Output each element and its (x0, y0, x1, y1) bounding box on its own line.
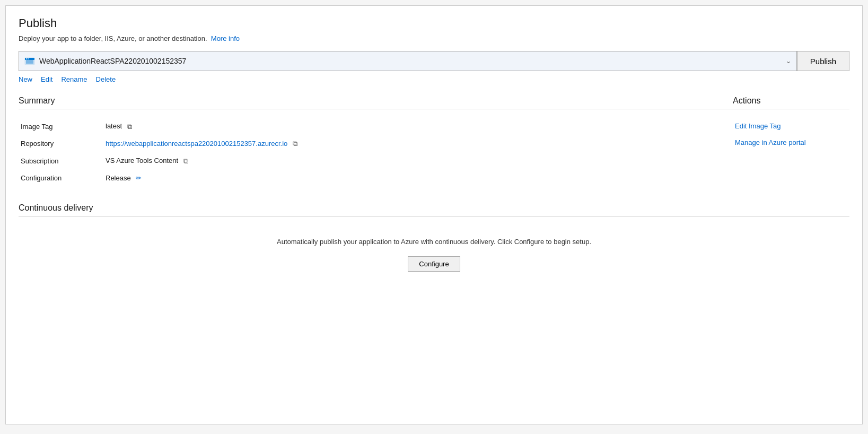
subscription-label: Subscription (19, 152, 103, 170)
cd-divider (19, 216, 849, 216)
page-subtitle: Deploy your app to a folder, IIS, Azure,… (19, 34, 849, 42)
svg-rect-1 (26, 59, 33, 64)
profile-action-links: New Edit Rename Delete (19, 75, 849, 83)
image-tag-value: latest ⧉ (103, 118, 733, 135)
rename-link[interactable]: Rename (61, 75, 87, 83)
profile-select-wrapper: WebApplicationReactSPA220201002152357 ⌄ (19, 51, 797, 71)
summary-divider (19, 109, 733, 109)
more-info-link[interactable]: More info (211, 34, 240, 42)
svg-point-4 (28, 58, 29, 59)
image-tag-label: Image Tag (19, 118, 103, 135)
actions-divider (733, 109, 849, 109)
repository-copy-icon[interactable]: ⧉ (293, 140, 297, 148)
subscription-copy-icon[interactable]: ⧉ (183, 157, 188, 166)
subscription-value: VS Azure Tools Content ⧉ (103, 152, 733, 170)
delete-link[interactable]: Delete (96, 75, 116, 83)
configuration-label: Configuration (19, 170, 103, 186)
summary-table: Image Tag latest ⧉ Repository https://we… (19, 118, 733, 186)
edit-link[interactable]: Edit (41, 75, 52, 83)
actions-title: Actions (733, 96, 849, 106)
manage-azure-portal-link[interactable]: Manage in Azure portal (733, 134, 849, 151)
dropdown-arrow-icon: ⌄ (786, 57, 791, 65)
repository-label: Repository (19, 135, 103, 153)
continuous-delivery-section: Continuous delivery Automatically publis… (19, 203, 849, 272)
configuration-edit-icon[interactable]: ✏ (136, 174, 142, 182)
edit-image-tag-link[interactable]: Edit Image Tag (733, 118, 849, 134)
page-container: Publish Deploy your app to a folder, IIS… (5, 5, 863, 424)
image-tag-text: latest (106, 122, 122, 130)
two-col-layout: Summary Image Tag latest ⧉ Repository (19, 96, 849, 186)
profile-dropdown[interactable]: WebApplicationReactSPA220201002152357 (39, 57, 784, 65)
page-title: Publish (19, 16, 849, 30)
azure-container-icon (24, 56, 35, 66)
table-row: Image Tag latest ⧉ (19, 118, 733, 135)
table-row: Configuration Release ✏ (19, 170, 733, 186)
table-row: Repository https://webapplicationreactsp… (19, 135, 733, 153)
table-row: Subscription VS Azure Tools Content ⧉ (19, 152, 733, 170)
continuous-delivery-title: Continuous delivery (19, 203, 849, 213)
publish-button[interactable]: Publish (797, 51, 849, 71)
summary-section: Summary Image Tag latest ⧉ Repository (19, 96, 733, 186)
repository-link[interactable]: https://webapplicationreactspa2202010021… (106, 140, 287, 147)
new-link[interactable]: New (19, 75, 32, 83)
configure-btn-wrapper: Configure (19, 256, 849, 272)
cd-description: Automatically publish your application t… (19, 238, 849, 246)
configuration-value: Release ✏ (103, 170, 733, 186)
profile-row: WebApplicationReactSPA220201002152357 ⌄ … (19, 51, 849, 71)
svg-point-3 (26, 58, 27, 59)
subtitle-text: Deploy your app to a folder, IIS, Azure,… (19, 34, 207, 42)
actions-section: Actions Edit Image Tag Manage in Azure p… (733, 96, 849, 186)
summary-title: Summary (19, 96, 733, 106)
image-tag-copy-icon[interactable]: ⧉ (127, 123, 132, 131)
subscription-text: VS Azure Tools Content (106, 157, 178, 164)
configure-button[interactable]: Configure (408, 256, 460, 272)
configuration-text: Release (106, 174, 131, 182)
repository-value: https://webapplicationreactspa2202010021… (103, 135, 733, 153)
